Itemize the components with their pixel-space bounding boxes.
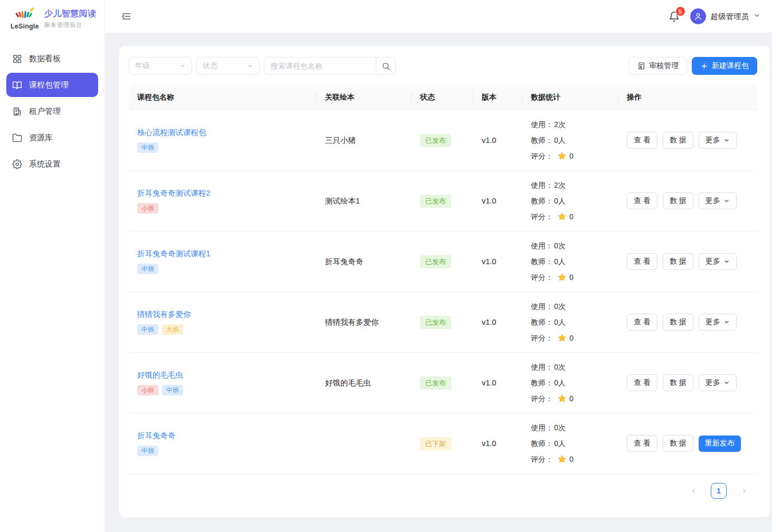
data-button[interactable]: 数 据 [663, 435, 693, 452]
rating-value: 0 [569, 452, 574, 467]
data-button[interactable]: 数 据 [663, 253, 693, 270]
teacher-value: 0人 [554, 254, 566, 269]
course-package-card: 年级 状态 [119, 46, 770, 517]
package-name-link[interactable]: 折耳兔奇奇测试课程2 [137, 188, 211, 198]
teacher-value: 0人 [554, 133, 566, 148]
more-button-label: 更多 [706, 196, 720, 206]
grade-tags: 中班 [137, 446, 158, 456]
menu-fold-icon[interactable] [119, 9, 134, 24]
related-book: 好饿的毛毛虫 [317, 378, 412, 388]
stats-cell: 使用：0次 教师：0人 评分： 0 [522, 299, 618, 346]
status-select[interactable]: 状态 [196, 57, 260, 75]
previous-page-icon[interactable] [687, 484, 700, 498]
teacher-value: 0人 [554, 375, 566, 391]
usage-value: 0次 [554, 299, 566, 314]
view-button[interactable]: 查 看 [627, 435, 657, 452]
usage-value: 2次 [554, 178, 566, 193]
star-icon [557, 333, 567, 343]
star-icon [557, 151, 567, 161]
sidebar: LeSingle 少儿智慧阅读 服务管理后台 数据看板 [0, 0, 105, 532]
status-badge: 已发布 [420, 316, 451, 329]
republish-button[interactable]: 重新发布 [699, 436, 741, 452]
topbar: 5 超级管理员 [105, 0, 772, 33]
actions-cell: 查 看 数 据 更多 [618, 253, 757, 270]
pagination: 1 [129, 474, 757, 508]
data-button[interactable]: 数 据 [663, 192, 693, 209]
book-icon [12, 80, 22, 90]
usage-label: 使用： [531, 178, 553, 193]
table-row: 折耳兔奇奇测试课程1 中班 折耳兔奇奇 已发布 v1.0 使用：0次 教师：0人… [129, 231, 757, 292]
usage-value: 2次 [554, 117, 566, 132]
sidebar-item-settings[interactable]: 系统设置 [6, 152, 98, 176]
more-button[interactable]: 更多 [699, 314, 737, 331]
create-package-label: 新建课程包 [712, 61, 749, 71]
package-name-link[interactable]: 好饿的毛毛虫 [137, 370, 183, 380]
more-button[interactable]: 更多 [699, 132, 737, 149]
plus-icon [700, 62, 708, 70]
view-button[interactable]: 查 看 [627, 253, 657, 270]
package-name-link[interactable]: 折耳兔奇奇测试课程1 [137, 249, 211, 259]
view-button[interactable]: 查 看 [627, 132, 657, 149]
page-number-current[interactable]: 1 [711, 483, 727, 499]
stats-cell: 使用：0次 教师：0人 评分： 0 [522, 420, 618, 467]
search-button[interactable] [376, 57, 395, 74]
brand-header: LeSingle 少儿智慧阅读 服务管理后台 [0, 0, 104, 37]
package-name-link[interactable]: 折耳兔奇奇 [137, 431, 176, 441]
data-button[interactable]: 数 据 [663, 314, 693, 331]
status-select-placeholder: 状态 [203, 61, 217, 71]
review-management-label: 审核管理 [649, 61, 679, 71]
star-icon [557, 394, 567, 403]
star-icon [557, 273, 567, 282]
gear-icon [12, 159, 22, 169]
status-badge: 已发布 [420, 255, 451, 268]
rating-value: 0 [569, 209, 574, 225]
grade-tag: 中班 [137, 142, 158, 153]
table-row: 折耳兔奇奇测试课程2 小班 测试绘本1 已发布 v1.0 使用：2次 教师：0人… [129, 171, 757, 231]
data-button[interactable]: 数 据 [663, 374, 693, 391]
more-button[interactable]: 更多 [699, 253, 737, 270]
rating-label: 评分： [531, 149, 553, 164]
create-package-button[interactable]: 新建课程包 [692, 57, 757, 75]
user-menu[interactable]: 超级管理员 [690, 8, 761, 24]
status-badge: 已发布 [420, 376, 451, 390]
view-button[interactable]: 查 看 [627, 314, 657, 331]
chevron-down-icon [723, 198, 730, 204]
usage-label: 使用： [531, 299, 553, 314]
data-button-label: 数 据 [670, 439, 687, 448]
search-input[interactable] [264, 57, 376, 74]
package-name-link[interactable]: 猜猜我有多爱你 [137, 309, 191, 320]
grade-select[interactable]: 年级 [129, 57, 192, 75]
brand-logo-text: LeSingle [11, 23, 39, 30]
view-button[interactable]: 查 看 [627, 192, 657, 209]
view-button[interactable]: 查 看 [627, 374, 657, 391]
grade-tags: 小班 [137, 203, 158, 214]
course-package-table: 课程包名称 关联绘本 状态 版本 数据统计 操作 核心流程测试课程包 中班 三只… [129, 85, 757, 474]
status-badge: 已发布 [420, 195, 451, 208]
more-button[interactable]: 更多 [699, 374, 737, 391]
sidebar-item-tenants[interactable]: 租户管理 [6, 99, 98, 123]
package-name-link[interactable]: 核心流程测试课程包 [137, 128, 206, 138]
folder-icon [12, 132, 22, 143]
sidebar-item-dashboard[interactable]: 数据看板 [6, 46, 98, 71]
grade-tag: 中班 [137, 446, 158, 456]
grade-tag: 中班 [162, 385, 183, 395]
sidebar-item-label: 租户管理 [29, 107, 61, 117]
actions-cell: 查 看 数 据 更多 [618, 314, 757, 331]
view-button-label: 查 看 [634, 196, 651, 206]
table-row: 折耳兔奇奇 中班 已下架 v1.0 使用：0次 教师：0人 评分： 0 查 看 … [129, 413, 757, 474]
column-header-name: 课程包名称 [129, 85, 317, 110]
data-button[interactable]: 数 据 [663, 132, 693, 149]
table-header: 课程包名称 关联绘本 状态 版本 数据统计 操作 [129, 85, 757, 110]
notification-bell-icon[interactable]: 5 [668, 10, 681, 23]
review-management-button[interactable]: 审核管理 [628, 57, 687, 75]
status-badge: 已发布 [420, 134, 451, 147]
column-header-actions: 操作 [618, 85, 757, 110]
sidebar-item-course-packages[interactable]: 课程包管理 [6, 73, 98, 97]
next-page-icon[interactable] [737, 484, 751, 498]
more-button[interactable]: 更多 [699, 192, 737, 209]
sidebar-item-resources[interactable]: 资源库 [6, 125, 98, 150]
view-button-label: 查 看 [634, 257, 651, 266]
teacher-label: 教师： [531, 436, 553, 451]
teacher-value: 0人 [554, 315, 566, 330]
actions-cell: 查 看 数 据 重新发布 [618, 435, 757, 452]
